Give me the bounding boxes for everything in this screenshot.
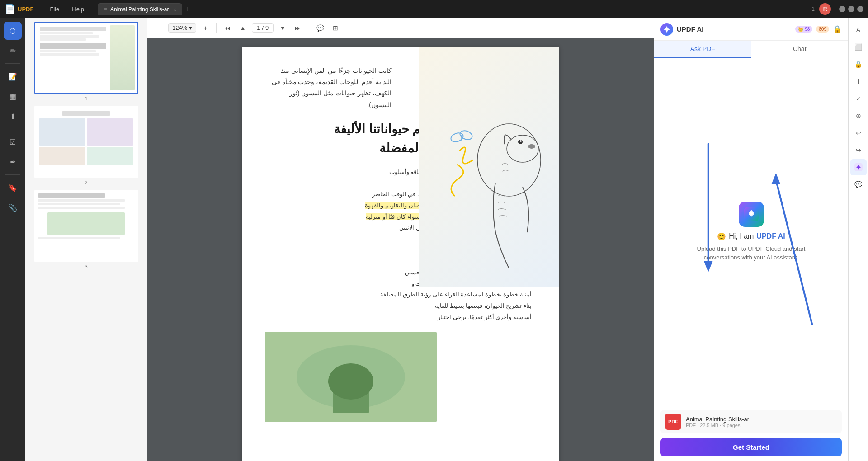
ai-panel-title: UPDF AI	[677, 25, 703, 33]
thumbnail-page-num-2: 2	[85, 180, 87, 185]
badge-orange-num: 809	[819, 27, 826, 32]
right-icon-validate[interactable]: ✓	[850, 90, 867, 107]
first-page-button[interactable]: ⏮	[221, 22, 234, 34]
user-avatar[interactable]: R	[819, 3, 831, 15]
total-pages: 9	[265, 24, 269, 31]
toolbar-separator-2	[309, 23, 309, 33]
file-meta: PDF · 22.5 MB · 9 pages	[686, 423, 837, 428]
pdf-page: كانت الحيوانات جزءًا من الفن الإنساني من…	[242, 47, 559, 461]
sidebar-icon-attachment[interactable]: 📎	[4, 198, 22, 216]
next-page-button[interactable]: ▼	[276, 22, 289, 34]
zoom-control[interactable]: 124% ▾	[168, 23, 196, 33]
lock-icon[interactable]: 🔒	[833, 25, 842, 33]
sidebar-separator-2	[5, 129, 20, 129]
pdf-intro-text: كانت الحيوانات جزءًا من الفن الإنساني من…	[265, 65, 392, 111]
pdf-body-line-11: أمثلة خطوة بخطوة لمساعدة القراء على رؤية…	[265, 289, 532, 301]
ai-sparkle-icon	[854, 163, 863, 171]
greeting-text: Hi, I am	[729, 232, 754, 240]
file-type-icon: PDF	[665, 414, 681, 430]
ai-panel-header: UPDF AI 👑 98 809 🔒	[654, 18, 848, 41]
main-area: ⬡ ✏ 📝 ▦ ⬆ ☑ ✒ 🔖 📎	[0, 18, 868, 461]
toolbar: − 124% ▾ + ⏮ ▲ 1 / 9 ▼ ⏭ 💬 ⊞	[147, 18, 654, 38]
maximize-button[interactable]	[848, 6, 854, 12]
svg-marker-15	[771, 173, 780, 184]
sidebar-icon-select[interactable]: ⬡	[4, 22, 22, 40]
prev-page-button[interactable]: ▲	[236, 22, 249, 34]
active-tab[interactable]: ✏ Animal Painting Skills-ar ×	[98, 3, 182, 15]
updf-ai-logo-svg	[744, 207, 759, 221]
fit-button[interactable]: ⊞	[329, 22, 342, 34]
get-started-button[interactable]: Get Started	[660, 438, 842, 456]
tab-label: Animal Painting Skills-ar	[110, 6, 169, 13]
zoom-dropdown-icon: ▾	[189, 24, 192, 31]
sidebar-icon-forms[interactable]: ☑	[4, 133, 22, 151]
zoom-value: 124%	[172, 24, 187, 31]
tab-chat[interactable]: Chat	[751, 41, 849, 58]
thumbnail-page-num-1: 1	[85, 96, 87, 101]
close-button[interactable]	[857, 6, 863, 12]
right-icon-share[interactable]: ⬆	[850, 73, 867, 89]
thumbnail-page-1[interactable]: 1	[29, 22, 143, 101]
toolbar-separator-1	[216, 23, 217, 33]
svg-point-1	[507, 135, 538, 162]
right-icon-redo[interactable]: ↪	[850, 142, 867, 158]
title-bar-right: 1 R	[811, 3, 863, 15]
sidebar-icon-bookmark[interactable]: 🔖	[4, 179, 22, 197]
ai-panel-bottom: PDF Animal Painting Skills-ar PDF · 22.5…	[654, 405, 848, 461]
ai-content: 😊 Hi, I am UPDF AI Upload this PDF to UP…	[654, 58, 848, 405]
greeting-brand: UPDF AI	[756, 232, 785, 240]
svg-point-2	[528, 144, 535, 149]
sidebar-separator-3	[5, 174, 20, 175]
badge-purple-num: 98	[805, 27, 810, 32]
right-icon-message[interactable]: 💬	[850, 176, 867, 193]
updf-ai-icon	[739, 202, 764, 227]
thumbnail-img-1	[34, 22, 138, 94]
window-controls	[839, 6, 863, 12]
pdf-scroll-area[interactable]: كانت الحيوانات جزءًا من الفن الإنساني من…	[147, 38, 654, 461]
ai-header-right: 👑 98 809 🔒	[795, 25, 842, 33]
zoom-in-button[interactable]: +	[199, 22, 212, 34]
page-control[interactable]: 1 / 9	[252, 23, 274, 33]
ai-greeting: 😊 Hi, I am UPDF AI	[717, 232, 785, 241]
sidebar-separator-1	[5, 63, 20, 64]
sidebar-icon-edit[interactable]: ✏	[4, 42, 22, 60]
tab-close-button[interactable]: ×	[173, 7, 176, 12]
right-icon-extract[interactable]: ⬜	[850, 39, 867, 55]
dog-illustration	[432, 106, 550, 287]
file-menu[interactable]: File	[44, 4, 65, 14]
thumbnail-page-2[interactable]: 2	[29, 106, 143, 185]
sidebar-icon-organize[interactable]: ▦	[4, 87, 22, 105]
right-icon-chat-ai[interactable]	[850, 159, 867, 175]
svg-marker-13	[704, 261, 713, 272]
add-tab-button[interactable]: +	[185, 5, 189, 13]
file-type-meta: PDF	[686, 423, 696, 428]
page-separator: /	[262, 24, 264, 31]
comment-button[interactable]: 💬	[314, 22, 326, 34]
tab-ask-pdf[interactable]: Ask PDF	[654, 41, 751, 58]
sidebar-icon-extract[interactable]: ⬆	[4, 107, 22, 125]
file-name: Animal Painting Skills-ar	[686, 416, 837, 423]
thumbnail-page-num-3: 3	[85, 264, 87, 269]
help-menu[interactable]: Help	[66, 4, 90, 14]
file-card: PDF Animal Painting Skills-ar PDF · 22.5…	[660, 410, 842, 433]
zoom-out-button[interactable]: −	[153, 22, 165, 34]
intro-paragraph: كانت الحيوانات جزءًا من الفن الإنساني من…	[265, 65, 392, 111]
right-icon-protect[interactable]: 🔒	[850, 56, 867, 72]
svg-point-17	[750, 212, 753, 215]
sidebar-icon-signature[interactable]: ✒	[4, 153, 22, 171]
app-logo: 📄 UPDF	[5, 4, 33, 14]
title-bar: 📄 UPDF File Help ✏ Animal Painting Skill…	[0, 0, 868, 18]
right-icon-undo[interactable]: ↩	[850, 125, 867, 141]
ai-arrows	[654, 58, 848, 405]
ai-logo-icon	[663, 25, 671, 33]
right-icon-ocr[interactable]: A	[850, 22, 867, 38]
thumbnail-img-3	[34, 190, 138, 262]
sidebar-icon-annotate[interactable]: 📝	[4, 67, 22, 85]
thumbnail-page-3[interactable]: 3	[29, 190, 143, 269]
tab-bar: ✏ Animal Painting Skills-ar × +	[98, 3, 808, 15]
right-icon-embed[interactable]: ⊕	[850, 108, 867, 124]
svg-point-11	[328, 363, 373, 400]
minimize-button[interactable]	[839, 6, 845, 12]
last-page-button[interactable]: ⏭	[292, 22, 304, 34]
bottom-image-svg	[265, 332, 437, 422]
